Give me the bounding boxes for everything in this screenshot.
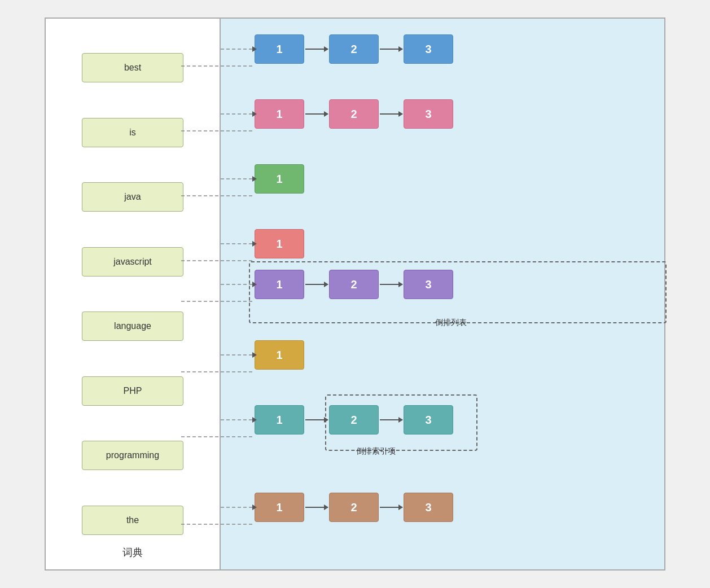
posting-language-2: 2 bbox=[329, 270, 379, 299]
dict-label: 词典 bbox=[122, 546, 143, 559]
row-language: 1 2 3 bbox=[255, 270, 453, 299]
word-javascript: javascript bbox=[82, 247, 183, 277]
word-php: PHP bbox=[82, 376, 183, 406]
diagram-container: best is java javascript language PHP pro… bbox=[45, 17, 665, 571]
inverted-index-item-label: 倒排索引项 bbox=[356, 446, 396, 457]
posting-best-1: 1 bbox=[255, 34, 304, 64]
arrow-is-1-2 bbox=[305, 113, 328, 115]
word-the: the bbox=[82, 506, 183, 535]
arrow-language-2-3 bbox=[380, 284, 402, 285]
row-best: 1 2 3 bbox=[255, 34, 453, 64]
left-panel: best is java javascript language PHP pro… bbox=[46, 19, 221, 569]
posting-java-1: 1 bbox=[255, 164, 304, 194]
word-programming: programming bbox=[82, 441, 183, 470]
arrow-programming-2-3 bbox=[380, 419, 402, 420]
arrow-language-1-2 bbox=[305, 284, 328, 285]
posting-language-1: 1 bbox=[255, 270, 304, 299]
posting-is-1: 1 bbox=[255, 99, 304, 129]
posting-programming-3: 3 bbox=[404, 405, 453, 435]
posting-the-1: 1 bbox=[255, 493, 304, 522]
word-java: java bbox=[82, 182, 183, 212]
posting-programming-2: 2 bbox=[329, 405, 379, 435]
arrow-best-2-3 bbox=[380, 49, 402, 50]
row-programming: 1 2 3 bbox=[255, 405, 453, 435]
posting-programming-1: 1 bbox=[255, 405, 304, 435]
word-best: best bbox=[82, 53, 183, 82]
posting-is-3: 3 bbox=[404, 99, 453, 129]
arrow-is-2-3 bbox=[380, 113, 402, 115]
row-php: 1 bbox=[255, 340, 304, 370]
row-is: 1 2 3 bbox=[255, 99, 453, 129]
posting-is-2: 2 bbox=[329, 99, 379, 129]
arrow-programming-1-2 bbox=[305, 419, 328, 420]
posting-javascript-1: 1 bbox=[255, 229, 304, 258]
word-is: is bbox=[82, 118, 183, 147]
row-the: 1 2 3 bbox=[255, 493, 453, 522]
row-java: 1 bbox=[255, 164, 304, 194]
right-panel: 1 2 3 1 2 3 1 1 1 2 3 bbox=[221, 19, 664, 569]
arrow-the-1-2 bbox=[305, 507, 328, 508]
word-language: language bbox=[82, 311, 183, 341]
inverted-list-label: 倒排列表 bbox=[435, 318, 467, 328]
posting-best-2: 2 bbox=[329, 34, 379, 64]
posting-php-1: 1 bbox=[255, 340, 304, 370]
row-javascript: 1 bbox=[255, 229, 304, 258]
posting-language-3: 3 bbox=[404, 270, 453, 299]
posting-best-3: 3 bbox=[404, 34, 453, 64]
posting-the-2: 2 bbox=[329, 493, 379, 522]
arrow-best-1-2 bbox=[305, 49, 328, 50]
arrow-the-2-3 bbox=[380, 507, 402, 508]
posting-the-3: 3 bbox=[404, 493, 453, 522]
